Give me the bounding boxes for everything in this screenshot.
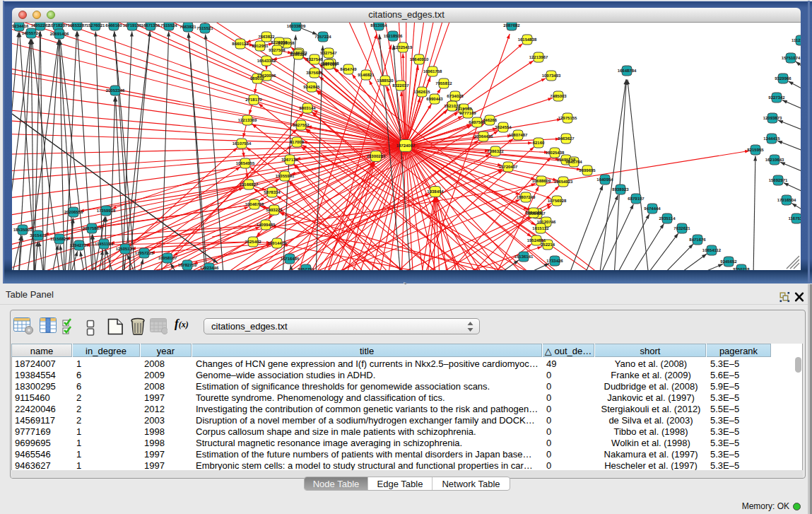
svg-text:817008: 817008: [290, 140, 305, 145]
svg-text:9463627: 9463627: [558, 136, 575, 141]
svg-text:9845784: 9845784: [565, 160, 582, 165]
svg-text:7515524: 7515524: [160, 23, 177, 28]
svg-text:18535001: 18535001: [13, 228, 33, 233]
svg-text:16543382: 16543382: [257, 59, 276, 64]
svg-text:8427552: 8427552: [293, 123, 310, 128]
svg-text:9350218: 9350218: [733, 267, 750, 270]
svg-text:8454749: 8454749: [340, 67, 357, 72]
svg-text:9699695: 9699695: [579, 168, 596, 173]
svg-text:10688609: 10688609: [532, 179, 551, 184]
svg-text:2935114: 2935114: [659, 216, 676, 221]
svg-text:8938923: 8938923: [612, 187, 629, 192]
svg-text:8186324: 8186324: [290, 52, 307, 57]
svg-text:10973493: 10973493: [542, 74, 561, 78]
svg-text:20691406: 20691406: [50, 32, 69, 37]
svg-text:10046768: 10046768: [245, 202, 264, 207]
svg-text:14099489: 14099489: [257, 223, 276, 228]
svg-text:1615132: 1615132: [532, 226, 549, 231]
svg-text:1640954: 1640954: [596, 177, 613, 182]
svg-text:16210643: 16210643: [765, 158, 784, 163]
svg-text:1362615: 1362615: [413, 90, 430, 95]
svg-text:9327546: 9327546: [306, 57, 323, 62]
svg-text:15716485: 15716485: [281, 257, 300, 262]
svg-text:9327547: 9327547: [320, 51, 337, 56]
svg-text:19355941: 19355941: [276, 174, 295, 179]
svg-text:6879197: 6879197: [628, 197, 645, 201]
svg-text:16961758: 16961758: [423, 69, 442, 74]
svg-text:8912951: 8912951: [252, 44, 269, 49]
svg-text:20206558: 20206558: [64, 210, 83, 215]
svg-text:7632621: 7632621: [673, 226, 690, 231]
svg-text:12923446: 12923446: [200, 266, 219, 270]
svg-text:12213967: 12213967: [529, 55, 548, 60]
svg-text:62160: 62160: [533, 141, 545, 146]
svg-text:3267130: 3267130: [281, 158, 298, 163]
svg-text:989017: 989017: [250, 76, 265, 81]
svg-text:11156829: 11156829: [50, 237, 69, 242]
svg-text:7515521: 7515521: [196, 26, 213, 31]
svg-text:15136141: 15136141: [514, 255, 534, 259]
svg-text:10654112: 10654112: [702, 248, 722, 253]
svg-text:2087682: 2087682: [503, 23, 520, 28]
svg-text:7663822: 7663822: [258, 35, 275, 40]
svg-text:1167531: 1167531: [788, 216, 801, 221]
svg-text:7955812: 7955812: [435, 81, 452, 86]
svg-text:10718297: 10718297: [49, 23, 68, 28]
svg-text:2718170: 2718170: [245, 98, 262, 103]
svg-text:9242845: 9242845: [303, 85, 320, 90]
svg-text:3624554: 3624554: [495, 125, 512, 130]
svg-text:16914479: 16914479: [268, 241, 287, 246]
svg-text:14055724: 14055724: [22, 31, 41, 36]
svg-text:10653287: 10653287: [68, 23, 87, 28]
svg-text:6466160: 6466160: [105, 23, 122, 28]
svg-text:2803144: 2803144: [299, 106, 316, 111]
svg-text:15720407: 15720407: [499, 165, 518, 170]
svg-text:15276021: 15276021: [86, 23, 105, 28]
svg-text:9084068: 9084068: [525, 211, 542, 216]
svg-text:1588520: 1588520: [377, 78, 394, 83]
svg-text:25300293: 25300293: [367, 154, 386, 159]
svg-text:10654955: 10654955: [236, 161, 255, 166]
svg-text:9657791: 9657791: [298, 267, 314, 270]
svg-text:11451194: 11451194: [95, 242, 114, 247]
svg-text:10756928: 10756928: [548, 199, 567, 204]
svg-text:6990443: 6990443: [426, 97, 443, 102]
svg-text:19654923: 19654923: [554, 180, 573, 185]
svg-text:12213369: 12213369: [238, 118, 257, 123]
svg-text:9327508: 9327508: [269, 48, 286, 53]
svg-text:9777169: 9777169: [459, 111, 476, 116]
svg-text:15751074: 15751074: [782, 56, 801, 61]
svg-text:18807249: 18807249: [517, 195, 536, 200]
svg-text:16033809: 16033809: [287, 24, 306, 29]
svg-text:5878334: 5878334: [264, 190, 281, 195]
svg-text:9245652: 9245652: [720, 259, 737, 264]
svg-text:1733426: 1733426: [546, 259, 563, 264]
svg-text:7357224: 7357224: [314, 35, 331, 40]
svg-text:3875685: 3875685: [306, 71, 323, 76]
svg-text:11123344: 11123344: [792, 38, 801, 43]
svg-text:18724007: 18724007: [396, 144, 416, 148]
svg-text:7663821: 7663821: [180, 25, 196, 30]
svg-text:16782759: 16782759: [178, 263, 197, 268]
svg-text:12093873: 12093873: [763, 116, 782, 121]
svg-text:17016504: 17016504: [777, 198, 796, 203]
svg-text:1938454: 1938454: [427, 189, 444, 194]
svg-text:10958107: 10958107: [158, 256, 177, 261]
svg-text:19166827: 19166827: [240, 182, 259, 187]
svg-text:19524851: 19524851: [527, 238, 546, 243]
svg-text:16952262: 16952262: [31, 23, 50, 28]
svg-text:8813054: 8813054: [370, 23, 387, 28]
svg-text:19218506: 19218506: [384, 34, 403, 39]
svg-text:20364436: 20364436: [474, 134, 493, 139]
svg-text:9474444: 9474444: [644, 206, 661, 211]
svg-text:16671355: 16671355: [141, 23, 160, 28]
svg-text:20053346: 20053346: [106, 88, 125, 93]
svg-text:19234416: 19234416: [12, 24, 29, 29]
svg-text:7625402: 7625402: [245, 240, 261, 245]
svg-text:9227342: 9227342: [768, 95, 785, 100]
svg-text:20975867: 20975867: [83, 226, 102, 231]
svg-text:12505135: 12505135: [116, 247, 135, 252]
svg-text:746266: 746266: [483, 118, 498, 123]
svg-text:12975155: 12975155: [558, 116, 577, 121]
svg-text:7386322: 7386322: [487, 149, 504, 154]
